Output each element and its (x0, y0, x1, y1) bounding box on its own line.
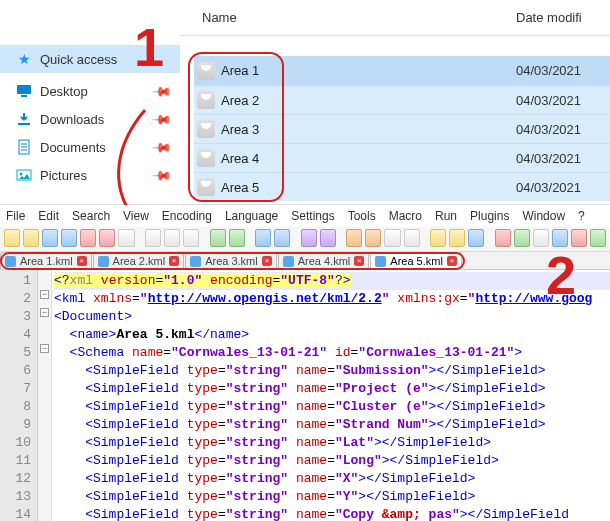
toolbar-close-icon[interactable] (80, 229, 96, 247)
toolbar-paste-icon[interactable] (183, 229, 199, 247)
toolbar-sync-icon[interactable] (346, 229, 362, 247)
fold-gutter[interactable]: − − − (38, 270, 52, 521)
menu-edit[interactable]: Edit (38, 209, 59, 223)
menu-view[interactable]: View (123, 209, 149, 223)
close-icon[interactable]: × (447, 256, 457, 266)
toolbar-undo-icon[interactable] (210, 229, 226, 247)
file-date: 04/03/2021 (510, 93, 610, 108)
sidebar-item-label: Desktop (40, 84, 88, 99)
toolbar-new-icon[interactable] (4, 229, 20, 247)
fold-minus-icon[interactable]: − (40, 308, 49, 317)
menu-search[interactable]: Search (72, 209, 110, 223)
menu-tools[interactable]: Tools (348, 209, 376, 223)
file-name: Area 4 (221, 151, 510, 166)
toolbar-zoomout-icon[interactable] (320, 229, 336, 247)
tab-area3[interactable]: Area 3.kml× (185, 252, 277, 269)
toolbar-zoomin-icon[interactable] (301, 229, 317, 247)
sidebar-item-label: Documents (40, 140, 106, 155)
sidebar-item-pictures[interactable]: Pictures 📌 (0, 161, 180, 189)
close-icon[interactable]: × (77, 256, 87, 266)
file-list: Area 1 04/03/2021 Area 2 04/03/2021 Area… (194, 56, 610, 201)
tab-area2[interactable]: Area 2.kml× (93, 252, 185, 269)
code-editor[interactable]: 123456789101112131415 − − − <?xml versio… (0, 270, 610, 521)
toolbar-docmap-icon[interactable] (468, 229, 484, 247)
pin-icon: 📌 (151, 80, 173, 102)
file-row[interactable]: Area 2 04/03/2021 (194, 85, 610, 114)
code-content[interactable]: <?xml version="1.0" encoding="UTF-8"?><k… (52, 270, 610, 521)
column-name[interactable]: Name (180, 10, 510, 25)
file-icon (283, 256, 294, 267)
close-icon[interactable]: × (354, 256, 364, 266)
menu-macro[interactable]: Macro (389, 209, 422, 223)
line-number-gutter: 123456789101112131415 (0, 270, 38, 521)
menu-encoding[interactable]: Encoding (162, 209, 212, 223)
file-row[interactable]: Area 4 04/03/2021 (194, 143, 610, 172)
document-icon (16, 139, 32, 155)
close-icon[interactable]: × (262, 256, 272, 266)
menubar: File Edit Search View Encoding Language … (0, 205, 610, 227)
tab-area1[interactable]: Area 1.kml× (0, 252, 92, 269)
toolbar-cut-icon[interactable] (145, 229, 161, 247)
toolbar-closeall-icon[interactable] (99, 229, 115, 247)
sidebar-item-documents[interactable]: Documents 📌 (0, 133, 180, 161)
tab-label: Area 4.kml (298, 255, 351, 267)
fold-minus-icon[interactable]: − (40, 344, 49, 353)
toolbar-wrap-icon[interactable] (365, 229, 381, 247)
fold-minus-icon[interactable]: − (40, 290, 49, 299)
toolbar-print-icon[interactable] (118, 229, 134, 247)
tab-area5[interactable]: Area 5.kml× (370, 252, 462, 269)
star-icon: ★ (16, 51, 32, 67)
toolbar-open-icon[interactable] (23, 229, 39, 247)
file-icon (375, 256, 386, 267)
kml-file-icon (197, 62, 215, 80)
svg-point-8 (20, 173, 23, 176)
file-row[interactable]: Area 1 04/03/2021 (194, 56, 610, 85)
file-row[interactable]: Area 5 04/03/2021 (194, 172, 610, 201)
notepad-plus-plus: File Edit Search View Encoding Language … (0, 205, 610, 521)
file-name: Area 1 (221, 63, 510, 78)
file-name: Area 2 (221, 93, 510, 108)
toolbar-play-icon[interactable] (514, 229, 530, 247)
download-icon (16, 111, 32, 127)
pin-icon: 📌 (151, 164, 173, 186)
toolbar-replace-icon[interactable] (274, 229, 290, 247)
file-row[interactable]: Area 3 04/03/2021 (194, 114, 610, 143)
menu-plugins[interactable]: Plugins (470, 209, 509, 223)
kml-file-icon (197, 120, 215, 138)
toolbar-folder-icon[interactable] (430, 229, 446, 247)
menu-file[interactable]: File (6, 209, 25, 223)
toolbar-copy-icon[interactable] (164, 229, 180, 247)
menu-window[interactable]: Window (522, 209, 565, 223)
explorer-column-header[interactable]: Name Date modifi (180, 0, 610, 36)
file-date: 04/03/2021 (510, 63, 610, 78)
svg-rect-2 (18, 123, 30, 125)
toolbar-find-icon[interactable] (255, 229, 271, 247)
menu-settings[interactable]: Settings (291, 209, 334, 223)
toolbar-redo-icon[interactable] (229, 229, 245, 247)
menu-run[interactable]: Run (435, 209, 457, 223)
toolbar-funclist-icon[interactable] (449, 229, 465, 247)
annotation-number-2: 2 (546, 244, 576, 306)
desktop-icon (16, 83, 32, 99)
menu-language[interactable]: Language (225, 209, 278, 223)
toolbar-save-icon[interactable] (42, 229, 58, 247)
file-date: 04/03/2021 (510, 180, 610, 195)
toolbar-indent-icon[interactable] (404, 229, 420, 247)
menu-help[interactable]: ? (578, 209, 585, 223)
file-explorer: ★ Quick access Desktop 📌 Downloads 📌 Doc… (0, 0, 610, 205)
close-icon[interactable]: × (169, 256, 179, 266)
toolbar-saveall-icon[interactable] (61, 229, 77, 247)
toolbar-allchars-icon[interactable] (384, 229, 400, 247)
column-date[interactable]: Date modifi (510, 10, 610, 25)
toolbar-record-icon[interactable] (495, 229, 511, 247)
sidebar-item-downloads[interactable]: Downloads 📌 (0, 105, 180, 133)
file-name: Area 3 (221, 122, 510, 137)
file-name: Area 5 (221, 180, 510, 195)
tab-label: Area 3.kml (205, 255, 258, 267)
tab-area4[interactable]: Area 4.kml× (278, 252, 370, 269)
sidebar-item-desktop[interactable]: Desktop 📌 (0, 77, 180, 105)
kml-file-icon (197, 149, 215, 167)
annotation-number-1: 1 (134, 16, 164, 78)
toolbar-extra-icon[interactable] (590, 229, 606, 247)
svg-rect-0 (17, 85, 31, 94)
